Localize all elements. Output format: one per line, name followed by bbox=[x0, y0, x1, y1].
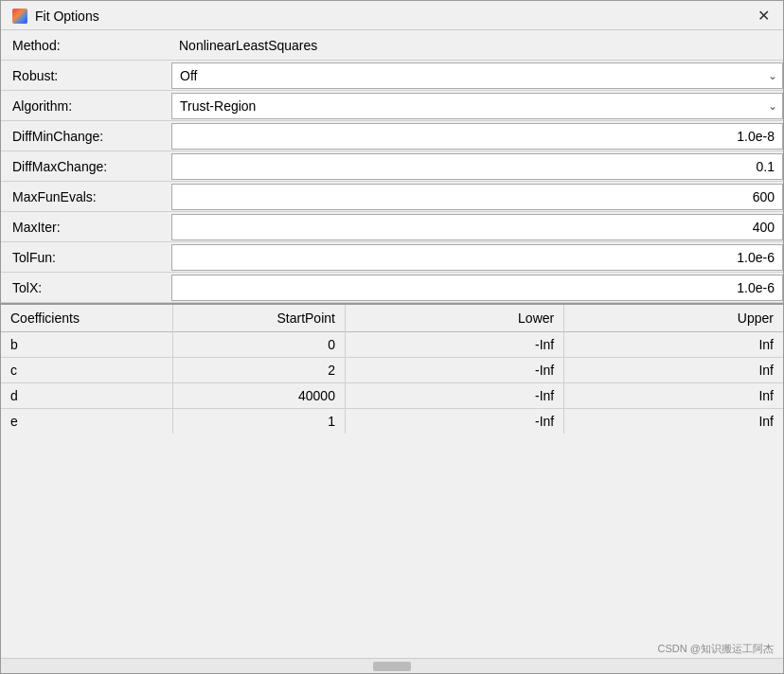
robust-label: Robust: bbox=[1, 64, 171, 87]
diffminchange-row: DiffMinChange: bbox=[1, 121, 783, 151]
diffminchange-input-container bbox=[171, 123, 783, 150]
content: Method: NonlinearLeastSquares Robust: ⌄ … bbox=[1, 30, 783, 673]
maxfunevals-input-container bbox=[171, 184, 783, 210]
diffmaxchange-row: DiffMaxChange: bbox=[1, 151, 783, 182]
matlab-icon bbox=[12, 9, 27, 24]
watermark: CSDN @知识搬运工阿杰 bbox=[658, 642, 774, 656]
cell-startpoint-1[interactable]: 2 bbox=[173, 358, 346, 383]
cell-lower-3[interactable]: -Inf bbox=[345, 409, 563, 435]
close-button[interactable]: ✕ bbox=[756, 9, 772, 24]
maxfunevals-label: MaxFunEvals: bbox=[1, 186, 171, 208]
cell-coeff-c: c bbox=[1, 358, 173, 383]
table-row: d 40000 -Inf Inf bbox=[1, 383, 783, 409]
diffmaxchange-label: DiffMaxChange: bbox=[1, 155, 171, 178]
tolfun-input[interactable] bbox=[171, 244, 783, 271]
cell-upper-0[interactable]: Inf bbox=[564, 332, 783, 358]
tolx-row: TolX: bbox=[1, 273, 783, 303]
diffminchange-input[interactable] bbox=[171, 123, 783, 150]
col-header-lower: Lower bbox=[345, 305, 563, 332]
options-section: Method: NonlinearLeastSquares Robust: ⌄ … bbox=[1, 30, 783, 303]
tolfun-label: TolFun: bbox=[1, 246, 171, 269]
table-row: e 1 -Inf Inf bbox=[1, 409, 783, 435]
bottom-scrollbar[interactable] bbox=[1, 658, 783, 673]
cell-coeff-d: d bbox=[1, 383, 173, 409]
coefficients-table: Coefficients StartPoint Lower Upper b 0 … bbox=[1, 305, 783, 434]
tolfun-input-container bbox=[171, 244, 783, 271]
maxiter-label: MaxIter: bbox=[1, 216, 171, 239]
tolx-input-container bbox=[171, 275, 783, 301]
fit-options-window: Fit Options ✕ Method: NonlinearLeastSqua… bbox=[0, 0, 784, 674]
maxfunevals-input[interactable] bbox=[171, 184, 783, 210]
cell-lower-2[interactable]: -Inf bbox=[345, 383, 563, 409]
cell-startpoint-0[interactable]: 0 bbox=[173, 332, 346, 358]
table-row: b 0 -Inf Inf bbox=[1, 332, 783, 358]
tolfun-row: TolFun: bbox=[1, 242, 783, 273]
col-header-upper: Upper bbox=[564, 305, 783, 332]
tolx-label: TolX: bbox=[1, 276, 171, 299]
maxfunevals-row: MaxFunEvals: bbox=[1, 182, 783, 212]
maxiter-input[interactable] bbox=[171, 214, 783, 240]
method-row: Method: NonlinearLeastSquares bbox=[1, 30, 783, 61]
scroll-thumb bbox=[373, 662, 411, 671]
title-bar-left: Fit Options bbox=[12, 9, 99, 24]
maxiter-row: MaxIter: bbox=[1, 212, 783, 242]
diffminchange-label: DiffMinChange: bbox=[1, 125, 171, 148]
method-value: NonlinearLeastSquares bbox=[171, 34, 783, 57]
cell-lower-0[interactable]: -Inf bbox=[345, 332, 563, 358]
cell-lower-1[interactable]: -Inf bbox=[345, 358, 563, 383]
col-header-startpoint: StartPoint bbox=[173, 305, 346, 332]
robust-input-container: ⌄ bbox=[171, 62, 783, 89]
algorithm-input-container: ⌄ bbox=[171, 93, 783, 119]
cell-upper-2[interactable]: Inf bbox=[564, 383, 783, 409]
cell-coeff-e: e bbox=[1, 409, 173, 435]
cell-coeff-b: b bbox=[1, 332, 173, 358]
algorithm-label: Algorithm: bbox=[1, 95, 171, 117]
title-bar: Fit Options ✕ bbox=[1, 1, 783, 30]
coefficients-table-section: Coefficients StartPoint Lower Upper b 0 … bbox=[1, 303, 783, 658]
cell-startpoint-3[interactable]: 1 bbox=[173, 409, 346, 435]
maxiter-input-container bbox=[171, 214, 783, 240]
col-header-coefficients: Coefficients bbox=[1, 305, 173, 332]
method-label: Method: bbox=[1, 34, 171, 57]
cell-startpoint-2[interactable]: 40000 bbox=[173, 383, 346, 409]
robust-dropdown[interactable] bbox=[171, 62, 783, 89]
diffmaxchange-input-container bbox=[171, 153, 783, 180]
cell-upper-3[interactable]: Inf bbox=[564, 409, 783, 435]
table-header-row: Coefficients StartPoint Lower Upper bbox=[1, 305, 783, 332]
cell-upper-1[interactable]: Inf bbox=[564, 358, 783, 383]
diffmaxchange-input[interactable] bbox=[171, 153, 783, 180]
algorithm-dropdown[interactable] bbox=[171, 93, 783, 119]
robust-row: Robust: ⌄ bbox=[1, 61, 783, 91]
algorithm-row: Algorithm: ⌄ bbox=[1, 91, 783, 121]
tolx-input[interactable] bbox=[171, 275, 783, 301]
window-title: Fit Options bbox=[35, 9, 99, 24]
table-row: c 2 -Inf Inf bbox=[1, 358, 783, 383]
